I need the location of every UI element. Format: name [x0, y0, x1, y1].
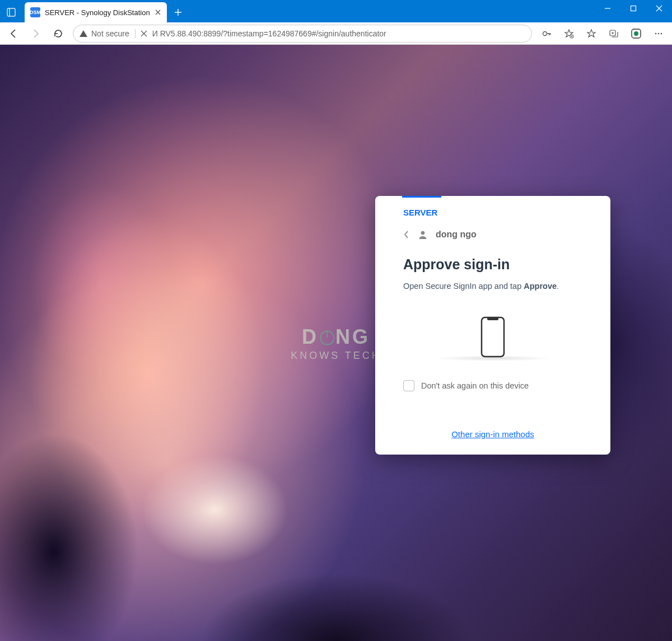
tab-title: SERVER - Synology DiskStation: [45, 8, 150, 17]
tab-close-button[interactable]: [155, 9, 161, 16]
card-title: Approve sign-in: [403, 256, 582, 273]
url-text: И RV5.88.490:8899/?timestamp=1624987669#…: [152, 29, 526, 38]
user-icon: [418, 230, 428, 240]
phone-icon: [480, 316, 505, 358]
svg-rect-14: [487, 317, 498, 320]
maximize-button[interactable]: [620, 0, 646, 17]
svg-point-9: [655, 32, 657, 34]
svg-rect-0: [7, 8, 15, 16]
browser-title-bar: DSM SERVER - Synology DiskStation: [0, 0, 672, 22]
back-chevron-icon[interactable]: [403, 230, 410, 239]
collections-icon[interactable]: [604, 25, 624, 43]
vertical-tabs-button[interactable]: [0, 3, 22, 21]
server-name: SERVER: [375, 198, 610, 230]
svg-rect-13: [482, 317, 504, 357]
svg-point-4: [543, 31, 547, 35]
security-label: Not secure: [91, 29, 129, 38]
favorites-icon[interactable]: [581, 25, 601, 43]
profile-icon[interactable]: [626, 25, 646, 43]
back-button[interactable]: [3, 25, 24, 43]
forward-button[interactable]: [26, 25, 46, 43]
svg-rect-3: [631, 6, 636, 11]
window-controls: [595, 0, 672, 17]
tab-favicon: DSM: [30, 7, 40, 17]
close-icon[interactable]: [140, 30, 148, 38]
security-indicator[interactable]: Not secure: [79, 29, 136, 38]
card-instruction: Open Secure SignIn app and tap Approve.: [403, 282, 582, 291]
password-icon[interactable]: [536, 25, 557, 43]
other-signin-link[interactable]: Other sign-in methods: [375, 429, 610, 455]
minimize-button[interactable]: [595, 0, 620, 17]
svg-point-12: [421, 231, 425, 235]
checkbox-label: Don't ask again on this device: [421, 381, 529, 390]
dont-ask-checkbox[interactable]: Don't ask again on this device: [403, 380, 582, 391]
signin-card: SERVER dong ngo Approve sign-in Open Sec…: [375, 196, 610, 455]
browser-tab[interactable]: DSM SERVER - Synology DiskStation: [25, 2, 167, 22]
checkbox-box[interactable]: [403, 380, 414, 391]
browser-toolbar: Not secure И RV5.88.490:8899/?timestamp=…: [0, 22, 672, 45]
svg-point-10: [658, 32, 660, 34]
warning-icon: [79, 29, 88, 38]
username: dong ngo: [436, 230, 477, 240]
page-content: DNG KNOWS TECH SERVER dong ngo Approve s…: [0, 45, 672, 641]
star-add-icon[interactable]: [559, 25, 579, 43]
svg-point-8: [634, 31, 638, 36]
new-tab-button[interactable]: [169, 3, 187, 21]
refresh-button[interactable]: [48, 25, 68, 43]
more-icon[interactable]: [648, 25, 669, 43]
svg-point-11: [661, 32, 662, 34]
close-window-button[interactable]: [646, 0, 672, 17]
phone-illustration: [403, 311, 582, 380]
address-bar[interactable]: Not secure И RV5.88.490:8899/?timestamp=…: [73, 25, 532, 43]
